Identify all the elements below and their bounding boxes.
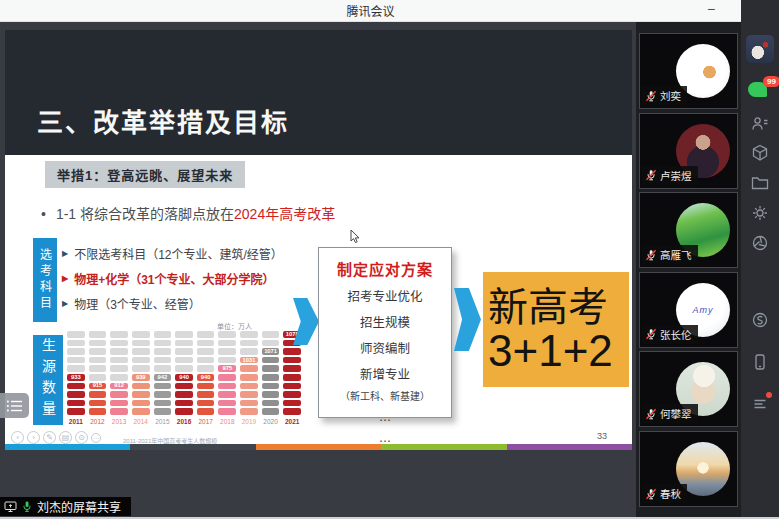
prev-control-icon[interactable]: ‹ xyxy=(11,431,24,444)
spiral-s-icon[interactable] xyxy=(750,310,770,330)
next-control-icon[interactable]: › xyxy=(27,431,40,444)
meeting-toolbar-handle[interactable] xyxy=(0,393,29,418)
bar-block xyxy=(218,340,236,347)
bar-block xyxy=(175,400,193,407)
bar-value-label: 975 xyxy=(218,364,236,372)
option-text: 不限选考科目（12个专业、建筑/经管） xyxy=(74,245,283,262)
bar-block xyxy=(67,383,85,390)
bar-block xyxy=(283,391,301,398)
bar-value-label: 915 xyxy=(89,382,107,390)
plan-box-title: 制定应对方案 xyxy=(319,258,451,279)
bar-block xyxy=(132,408,150,415)
bar-block xyxy=(262,374,280,381)
more-control-icon[interactable]: ⋯ xyxy=(91,433,101,443)
bar-block xyxy=(67,348,85,355)
option-text: 物理+化学（31个专业、大部分学院） xyxy=(74,270,274,287)
bar-year-label: 2021 xyxy=(283,418,301,425)
bar-block xyxy=(154,331,172,338)
mic-active-icon xyxy=(21,500,33,513)
bar-block xyxy=(89,340,107,347)
bar-block xyxy=(262,408,280,415)
bar-block xyxy=(154,365,172,372)
pages-control-icon[interactable]: ▤ xyxy=(59,431,72,444)
bar-block xyxy=(89,374,107,381)
bar-block xyxy=(132,383,150,390)
bar-block xyxy=(218,348,236,355)
bar-block xyxy=(89,391,107,398)
section-label: 举措1：登高远眺、展望未来 xyxy=(45,161,245,188)
mic-muted-icon xyxy=(645,90,657,102)
participant-tile[interactable]: 何攀翠 xyxy=(639,351,738,427)
pen-control-icon[interactable]: ✎ xyxy=(43,431,56,444)
bar-block xyxy=(218,331,236,338)
participant-tile[interactable]: 刘奕 xyxy=(639,33,738,109)
stripe-segment xyxy=(256,444,381,450)
bar-column: 9402017 xyxy=(197,331,215,425)
bar-block xyxy=(89,365,107,372)
flow-arrow-left xyxy=(293,298,319,345)
screen-share-icon xyxy=(4,500,17,513)
bar-block xyxy=(110,348,128,355)
bar-block xyxy=(283,374,301,381)
participant-tile[interactable]: 春秋 xyxy=(639,431,738,507)
bar-block xyxy=(197,391,215,398)
stripe-segment xyxy=(5,444,130,450)
bar-year-label: 2017 xyxy=(197,418,215,425)
bar-block xyxy=(67,331,85,338)
contacts-icon[interactable] xyxy=(750,114,770,134)
bar-year-label: 2019 xyxy=(240,418,258,425)
participant-tile[interactable]: Amy 张长伦 xyxy=(639,272,738,348)
shared-slide: 三、改革举措及目标 举措1：登高远眺、展望未来 •1-1 将综合改革的落脚点放在… xyxy=(5,30,632,450)
app-dock: 99 xyxy=(741,0,779,519)
bar-block xyxy=(132,340,150,347)
mini-program-cube-icon[interactable] xyxy=(750,143,770,163)
bar-block xyxy=(240,331,258,338)
bar-block xyxy=(283,357,301,364)
bar-block xyxy=(197,408,215,415)
more-menu-icon[interactable] xyxy=(750,394,770,414)
moments-flower-icon[interactable] xyxy=(750,203,770,223)
zoom-control-icon[interactable]: ⊙ xyxy=(75,431,88,444)
page-number: 33 xyxy=(597,431,607,441)
bar-block xyxy=(110,331,128,338)
bar-block: 915 xyxy=(89,383,107,390)
phone-icon[interactable] xyxy=(750,352,770,372)
bar-block xyxy=(240,391,258,398)
bullet-highlight: 2024年高考改革 xyxy=(234,206,335,222)
bar-block xyxy=(110,365,128,372)
participant-tile[interactable]: 卢崇煜 xyxy=(639,113,738,189)
bar-value-label: 912 xyxy=(110,382,128,390)
bar-block xyxy=(67,400,85,407)
bar-chart: 9332011915201291220139392014942201594020… xyxy=(67,331,301,425)
bar-block xyxy=(240,340,258,347)
bar-column: 9402016 xyxy=(175,331,193,425)
screen-share-banner: 刘杰的屏幕共享 xyxy=(0,497,131,516)
bullet-text: 1-1 将综合改革的落脚点放在 xyxy=(56,206,234,222)
bar-block xyxy=(110,340,128,347)
participant-tile[interactable]: 高雁飞 xyxy=(639,192,738,268)
bar-year-label: 2014 xyxy=(132,418,150,425)
bar-block xyxy=(175,391,193,398)
bar-block xyxy=(132,348,150,355)
bar-block xyxy=(197,331,215,338)
bar-block xyxy=(218,408,236,415)
files-folder-icon[interactable] xyxy=(750,173,770,193)
mic-muted-icon xyxy=(645,249,657,261)
bar-block xyxy=(240,400,258,407)
plan-item: 师资编制 xyxy=(319,338,451,357)
bar-block xyxy=(283,383,301,390)
participant-name-badge: 张长伦 xyxy=(642,325,698,344)
bar-block xyxy=(154,340,172,347)
bar-block xyxy=(283,365,301,372)
bar-block xyxy=(197,383,215,390)
bar-column: 9332011 xyxy=(67,331,85,425)
user-avatar[interactable] xyxy=(746,35,774,63)
bar-block xyxy=(240,408,258,415)
aperture-icon[interactable] xyxy=(750,233,770,253)
minimize-button[interactable]: − xyxy=(697,0,725,21)
bar-block xyxy=(67,340,85,347)
bar-value-label: 939 xyxy=(132,373,150,381)
chat-bubble-icon[interactable]: 99 xyxy=(748,80,772,100)
bar-block xyxy=(197,400,215,407)
bar-block xyxy=(154,400,172,407)
